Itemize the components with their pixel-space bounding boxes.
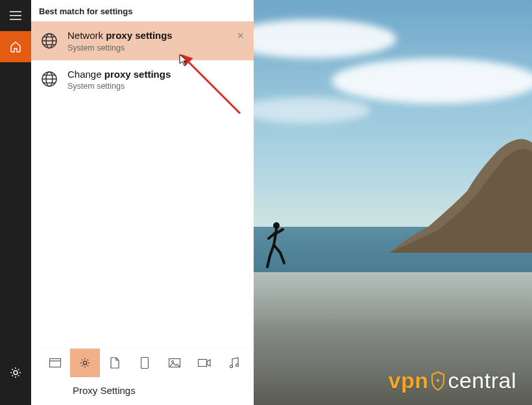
home-button[interactable] <box>0 31 31 62</box>
menu-button[interactable] <box>0 0 31 31</box>
results-list: Network proxy settings System settings ✕… <box>31 21 254 98</box>
picture-icon <box>169 358 180 367</box>
videos-filter[interactable] <box>189 349 219 377</box>
gear-icon <box>9 366 22 379</box>
device-icon <box>141 357 149 369</box>
hamburger-icon <box>10 11 21 20</box>
window-icon <box>49 358 61 367</box>
search-box <box>31 376 254 405</box>
result-title: Change proxy settings <box>67 68 171 81</box>
document-icon <box>110 357 119 369</box>
desktop-wallpaper: vpn central <box>254 0 532 405</box>
home-icon <box>9 40 22 53</box>
apps-filter[interactable] <box>40 349 70 377</box>
result-subtitle: System settings <box>67 43 173 52</box>
svg-rect-10 <box>199 359 207 366</box>
rock-formation <box>389 130 532 253</box>
svg-point-6 <box>83 361 86 364</box>
svg-rect-5 <box>50 358 61 367</box>
gear-icon <box>79 357 91 369</box>
filter-row <box>31 348 254 376</box>
result-subtitle: System settings <box>67 82 171 91</box>
globe-icon <box>38 32 61 50</box>
music-filter[interactable] <box>219 349 249 377</box>
svg-point-14 <box>437 379 439 382</box>
rail-settings-button[interactable] <box>0 357 31 388</box>
music-icon <box>229 357 239 369</box>
photos-filter[interactable] <box>160 349 189 377</box>
settings-filter[interactable] <box>70 349 100 377</box>
watermark-vpncentral: vpn central <box>388 368 516 393</box>
result-network-proxy-settings[interactable]: Network proxy settings System settings ✕ <box>31 21 254 60</box>
svg-point-11 <box>230 365 233 367</box>
close-icon[interactable]: ✕ <box>237 30 245 41</box>
globe-icon <box>38 70 61 88</box>
result-title: Network proxy settings <box>67 29 173 42</box>
taskbar-left-rail <box>0 0 31 405</box>
results-header: Best match for settings <box>31 0 254 21</box>
result-change-proxy-settings[interactable]: Change proxy settings System settings <box>31 60 254 99</box>
search-panel: Best match for settings Network proxy se… <box>31 0 254 405</box>
video-icon <box>198 359 211 367</box>
svg-point-9 <box>172 360 174 362</box>
svg-point-12 <box>236 364 239 366</box>
runner-silhouette <box>263 220 289 275</box>
svg-rect-7 <box>141 357 149 368</box>
search-input[interactable] <box>36 380 248 400</box>
shield-icon <box>431 371 445 391</box>
folders-filter[interactable] <box>130 349 160 377</box>
svg-point-0 <box>14 371 18 375</box>
documents-filter[interactable] <box>100 349 130 377</box>
